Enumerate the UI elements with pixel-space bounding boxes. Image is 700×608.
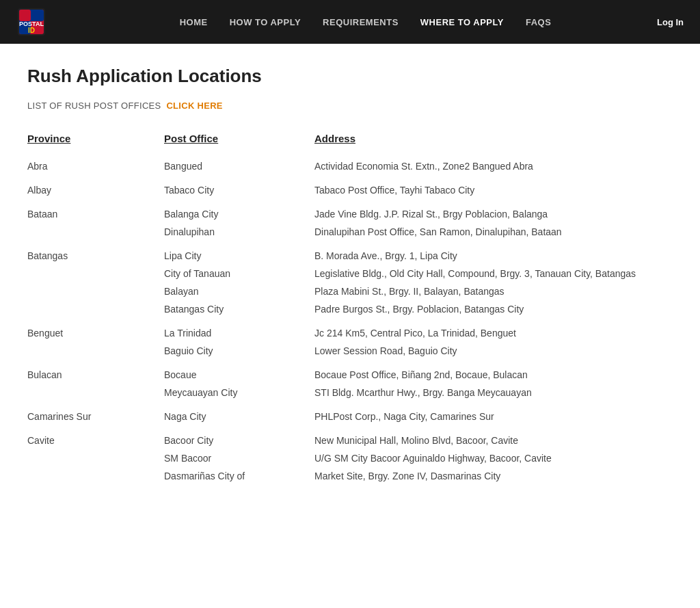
address-cell: Dinalupihan Post Office, San Ramon, Dina…: [314, 223, 673, 241]
address-cell: Jc 214 Km5, Central Pico, La Trinidad, B…: [314, 318, 673, 342]
address-cell: Padre Burgos St., Brgy. Poblacion, Batan…: [314, 300, 673, 318]
post-office-cell: La Trinidad: [164, 318, 314, 342]
address-cell: Plaza Mabini St., Brgy. II, Balayan, Bat…: [314, 282, 673, 300]
province-cell: Bataan: [27, 199, 164, 223]
nav-faqs[interactable]: FAQs: [526, 17, 551, 27]
svg-text:ID: ID: [28, 27, 35, 34]
nav-links: HOME HOW TO APPLY REQUIREMENTS WHERE TO …: [74, 17, 657, 27]
province-cell: Bulacan: [27, 360, 164, 384]
post-office-cell: Baguio City: [164, 342, 314, 360]
navbar: POSTAL ID HOME HOW TO APPLY REQUIREMENTS…: [0, 0, 700, 44]
address-cell: Actividad Economia St. Extn., Zone2 Bang…: [314, 151, 673, 175]
col-post-office: Post Office: [164, 130, 314, 151]
province-cell: Benguet: [27, 318, 164, 342]
province-cell: Cavite: [27, 425, 164, 449]
post-office-cell: Dinalupihan: [164, 223, 314, 241]
table-row: BalayanPlaza Mabini St., Brgy. II, Balay…: [27, 282, 673, 300]
address-cell: Tabaco Post Office, Tayhi Tabaco City: [314, 175, 673, 199]
nav-where-to-apply[interactable]: WHERE TO APPLY: [420, 17, 504, 27]
table-row: Baguio CityLower Session Road, Baguio Ci…: [27, 342, 673, 360]
province-cell: [27, 282, 164, 300]
address-cell: Lower Session Road, Baguio City: [314, 342, 673, 360]
post-office-cell: Naga City: [164, 401, 314, 425]
province-cell: Batangas: [27, 241, 164, 265]
post-office-cell: Bocaue: [164, 360, 314, 384]
province-cell: Abra: [27, 151, 164, 175]
rush-click-here[interactable]: CLICK HERE: [166, 101, 222, 111]
page-title: Rush Application Locations: [27, 66, 673, 87]
table-row: Meycauayan CitySTI Bldg. Mcarthur Hwy., …: [27, 384, 673, 401]
post-office-cell: Tabaco City: [164, 175, 314, 199]
address-cell: PHLPost Corp., Naga City, Camarines Sur: [314, 401, 673, 425]
col-province: Province: [27, 130, 164, 151]
login-link[interactable]: Log In: [657, 17, 684, 27]
post-office-cell: Balayan: [164, 282, 314, 300]
table-row: City of TanauanLegislative Bldg., Old Ci…: [27, 265, 673, 282]
post-office-cell: Bangued: [164, 151, 314, 175]
post-office-cell: Bacoor City: [164, 425, 314, 449]
table-row: Dasmariñas City ofMarket Site, Brgy. Zon…: [27, 467, 673, 485]
province-cell: [27, 342, 164, 360]
table-row: BatangasLipa CityB. Morada Ave., Brgy. 1…: [27, 241, 673, 265]
address-cell: Bocaue Post Office, Biñang 2nd, Bocaue, …: [314, 360, 673, 384]
nav-requirements[interactable]: REQUIREMENTS: [323, 17, 399, 27]
address-cell: Market Site, Brgy. Zone IV, Dasmarinas C…: [314, 467, 673, 485]
table-row: SM BacoorU/G SM City Bacoor Aguinaldo Hi…: [27, 449, 673, 467]
table-header: Province Post Office Address: [27, 130, 673, 151]
table-row: AlbayTabaco CityTabaco Post Office, Tayh…: [27, 175, 673, 199]
nav-how-to-apply[interactable]: HOW TO APPLY: [230, 17, 301, 27]
table-row: BataanBalanga CityJade Vine Bldg. J.P. R…: [27, 199, 673, 223]
address-cell: New Municipal Hall, Molino Blvd, Bacoor,…: [314, 425, 673, 449]
address-cell: Legislative Bldg., Old City Hall, Compou…: [314, 265, 673, 282]
table-row: Batangas CityPadre Burgos St., Brgy. Pob…: [27, 300, 673, 318]
province-cell: Albay: [27, 175, 164, 199]
rush-prefix: LIST OF RUSH POST OFFICES: [27, 101, 161, 111]
rush-link-line: LIST OF RUSH POST OFFICES CLICK HERE: [27, 101, 673, 111]
address-cell: STI Bldg. Mcarthur Hwy., Brgy. Banga Mey…: [314, 384, 673, 401]
locations-table: Province Post Office Address AbraBangued…: [27, 130, 673, 485]
table-row: Camarines SurNaga CityPHLPost Corp., Nag…: [27, 401, 673, 425]
post-office-cell: Meycauayan City: [164, 384, 314, 401]
table-row: CaviteBacoor CityNew Municipal Hall, Mol…: [27, 425, 673, 449]
address-cell: Jade Vine Bldg. J.P. Rizal St., Brgy Pob…: [314, 199, 673, 223]
post-office-cell: SM Bacoor: [164, 449, 314, 467]
post-office-cell: Batangas City: [164, 300, 314, 318]
col-address: Address: [314, 130, 673, 151]
svg-rect-5: [19, 10, 31, 21]
province-cell: [27, 300, 164, 318]
table-row: BulacanBocaueBocaue Post Office, Biñang …: [27, 360, 673, 384]
post-office-cell: Lipa City: [164, 241, 314, 265]
province-cell: [27, 384, 164, 401]
province-cell: Camarines Sur: [27, 401, 164, 425]
address-cell: B. Morada Ave., Brgy. 1, Lipa City: [314, 241, 673, 265]
post-office-cell: Balanga City: [164, 199, 314, 223]
table-row: BenguetLa TrinidadJc 214 Km5, Central Pi…: [27, 318, 673, 342]
province-cell: [27, 467, 164, 485]
post-office-cell: Dasmariñas City of: [164, 467, 314, 485]
table-row: DinalupihanDinalupihan Post Office, San …: [27, 223, 673, 241]
site-logo[interactable]: POSTAL ID: [16, 7, 46, 37]
table-row: AbraBanguedActividad Economia St. Extn.,…: [27, 151, 673, 175]
province-cell: [27, 449, 164, 467]
main-content: Rush Application Locations LIST OF RUSH …: [0, 44, 700, 507]
post-office-cell: City of Tanauan: [164, 265, 314, 282]
province-cell: [27, 223, 164, 241]
nav-home[interactable]: HOME: [180, 17, 208, 27]
province-cell: [27, 265, 164, 282]
address-cell: U/G SM City Bacoor Aguinaldo Highway, Ba…: [314, 449, 673, 467]
